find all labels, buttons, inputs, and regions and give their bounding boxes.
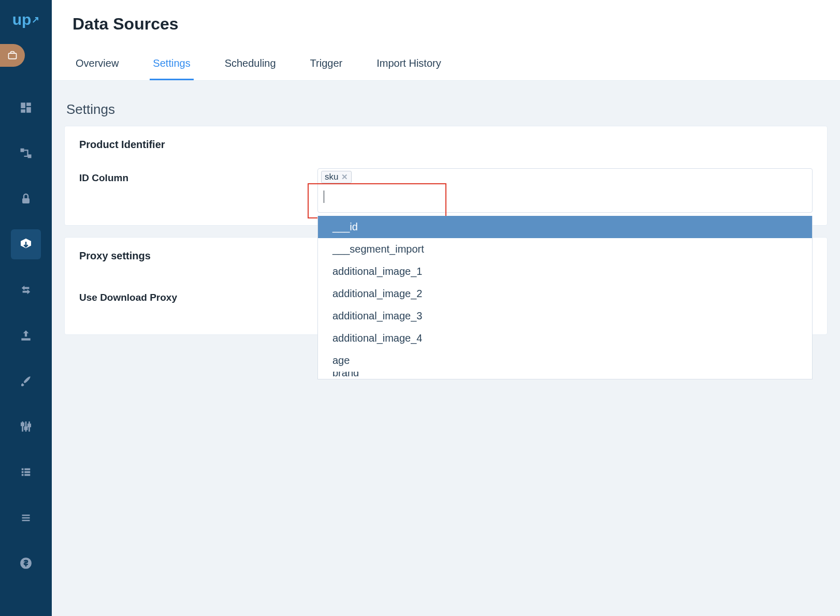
- svg-rect-1: [21, 102, 25, 108]
- svg-rect-0: [9, 53, 17, 59]
- tab-scheduling[interactable]: Scheduling: [222, 52, 279, 80]
- tab-trigger[interactable]: Trigger: [307, 52, 346, 80]
- section-title: Settings: [66, 101, 825, 118]
- sidebar-context-pill[interactable]: [0, 44, 25, 67]
- list-icon: [19, 466, 33, 478]
- tab-import-history[interactable]: Import History: [373, 52, 444, 80]
- content: Settings Product Identifier ID Column sk…: [52, 81, 840, 616]
- main: Data Sources OverviewSettingsSchedulingT…: [52, 0, 840, 616]
- svg-rect-2: [26, 102, 31, 106]
- dropdown-option[interactable]: additional_image_1: [318, 260, 812, 283]
- form-label: Use Download Proxy: [79, 288, 307, 303]
- flow-icon: [19, 146, 33, 160]
- sidebar-item-adjust[interactable]: [11, 412, 41, 442]
- id-column-multiselect[interactable]: sku ✕: [317, 168, 813, 213]
- sidebar-item-security[interactable]: [11, 184, 41, 214]
- sidebar-item-list[interactable]: [11, 457, 41, 487]
- logo[interactable]: up↗: [0, 0, 52, 39]
- dropdown-option[interactable]: ___id: [318, 216, 812, 238]
- svg-rect-3: [26, 107, 31, 113]
- sync-arrows-icon: [19, 284, 33, 296]
- svg-rect-15: [24, 471, 30, 473]
- panel-product-identifier: Product Identifier ID Column sku ✕: [64, 126, 828, 226]
- svg-rect-17: [24, 474, 30, 476]
- sidebar-item-sync[interactable]: [11, 275, 41, 305]
- import-icon: [18, 237, 34, 252]
- svg-rect-19: [22, 517, 30, 519]
- sliders-icon: [19, 420, 33, 433]
- dropdown-option[interactable]: additional_image_3: [318, 305, 812, 327]
- dropdown-option[interactable]: additional_image_2: [318, 283, 812, 305]
- sidebar-item-billing[interactable]: [11, 548, 41, 578]
- form-label: ID Column: [79, 168, 307, 184]
- svg-rect-12: [22, 468, 24, 471]
- svg-rect-18: [22, 515, 30, 516]
- sidebar-item-import[interactable]: [11, 229, 41, 259]
- svg-rect-5: [21, 149, 24, 152]
- briefcase-icon: [7, 50, 18, 61]
- sidebar-item-flow[interactable]: [11, 138, 41, 168]
- tabs: OverviewSettingsSchedulingTriggerImport …: [73, 52, 819, 80]
- lock-icon: [20, 192, 32, 206]
- svg-rect-7: [22, 198, 30, 203]
- svg-rect-13: [24, 468, 30, 471]
- tab-settings[interactable]: Settings: [150, 52, 193, 80]
- dropdown-option[interactable]: brand: [318, 372, 812, 379]
- svg-rect-4: [21, 109, 25, 113]
- svg-rect-14: [22, 471, 24, 473]
- menu-icon: [19, 512, 33, 523]
- dropdown-option[interactable]: additional_image_4: [318, 327, 812, 349]
- sidebar-item-upload[interactable]: [11, 320, 41, 350]
- form-row-id-column: ID Column sku ✕ ___id___segment_importad…: [79, 168, 813, 213]
- id-column-search-input[interactable]: [324, 174, 443, 194]
- id-column-dropdown: ___id___segment_importadditional_image_1…: [317, 216, 813, 379]
- tab-overview[interactable]: Overview: [73, 52, 122, 80]
- svg-rect-11: [28, 424, 30, 427]
- header: Data Sources OverviewSettingsSchedulingT…: [52, 0, 840, 81]
- sidebar: up↗: [0, 0, 52, 616]
- dashboard-icon: [19, 101, 33, 114]
- sidebar-item-design[interactable]: [11, 366, 41, 396]
- page-title: Data Sources: [73, 14, 819, 34]
- upload-icon: [19, 329, 33, 342]
- panel-title: Product Identifier: [79, 139, 813, 151]
- dropdown-option[interactable]: ___segment_import: [318, 238, 812, 260]
- svg-rect-8: [21, 338, 30, 340]
- dropdown-option[interactable]: age: [318, 349, 812, 372]
- svg-rect-20: [22, 520, 30, 521]
- sidebar-item-dashboard[interactable]: [11, 93, 41, 123]
- sidebar-item-menu[interactable]: [11, 503, 41, 533]
- dollar-circle-icon: [19, 556, 33, 570]
- svg-rect-16: [22, 474, 24, 476]
- svg-rect-10: [25, 427, 27, 429]
- brush-icon: [19, 374, 33, 388]
- svg-rect-9: [21, 423, 23, 426]
